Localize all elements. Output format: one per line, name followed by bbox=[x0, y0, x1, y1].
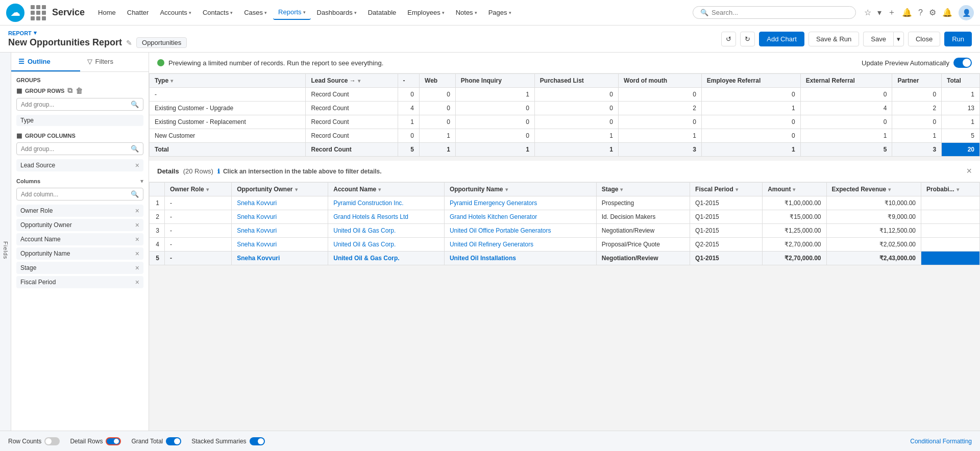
detail-cell[interactable]: United Oil Office Portable Generators bbox=[444, 224, 596, 238]
table-cell[interactable]: 0 bbox=[398, 88, 419, 102]
redo-button[interactable]: ↻ bbox=[740, 32, 755, 46]
table-cell[interactable]: 1 bbox=[398, 115, 419, 129]
detail-link[interactable]: Sneha Kovvuri bbox=[237, 213, 277, 220]
detail-link[interactable]: Pyramid Construction Inc. bbox=[333, 199, 403, 207]
detail-cell[interactable]: Pyramid Construction Inc. bbox=[328, 196, 445, 210]
table-cell[interactable]: 1 bbox=[701, 143, 800, 157]
edit-icon[interactable]: ✎ bbox=[126, 39, 132, 47]
undo-button[interactable]: ↺ bbox=[721, 32, 736, 46]
table-cell[interactable]: Record Count bbox=[306, 143, 398, 157]
detail-cell[interactable]: United Oil & Gas Corp. bbox=[328, 252, 445, 265]
detail-link[interactable]: United Oil Office Portable Generators bbox=[450, 227, 551, 234]
table-cell[interactable]: 0 bbox=[619, 115, 702, 129]
detail-rows-toggle[interactable] bbox=[106, 437, 121, 445]
add-group-rows-box[interactable]: 🔍 bbox=[16, 98, 143, 111]
table-cell[interactable]: 1 bbox=[455, 88, 534, 102]
remove-lead-source[interactable]: × bbox=[135, 161, 139, 169]
table-cell[interactable]: 0 bbox=[619, 88, 702, 102]
detail-cell[interactable]: United Oil & Gas Corp. bbox=[328, 238, 445, 252]
save-run-button[interactable]: Save & Run bbox=[808, 32, 859, 46]
table-cell[interactable]: 13 bbox=[942, 102, 980, 115]
add-group-cols-input[interactable] bbox=[21, 145, 131, 153]
remove-opp-owner[interactable]: × bbox=[135, 221, 139, 229]
table-cell[interactable]: 3 bbox=[619, 143, 702, 157]
table-cell[interactable]: New Customer bbox=[150, 129, 306, 143]
table-cell[interactable]: 0 bbox=[701, 129, 800, 143]
detail-cell[interactable]: Pyramid Emergency Generators bbox=[444, 196, 596, 210]
add-column-input[interactable] bbox=[21, 191, 131, 198]
detail-link[interactable]: United Oil & Gas Corp. bbox=[333, 241, 396, 248]
help-icon[interactable]: ? bbox=[918, 8, 923, 17]
table-cell[interactable]: 0 bbox=[892, 115, 942, 129]
table-cell[interactable]: 0 bbox=[420, 88, 456, 102]
details-close-icon[interactable]: × bbox=[966, 166, 972, 177]
detail-cell[interactable]: United Oil & Gas Corp. bbox=[328, 224, 445, 238]
detail-link[interactable]: United Oil & Gas Corp. bbox=[333, 227, 396, 234]
table-cell[interactable]: 0 bbox=[701, 115, 800, 129]
table-cell[interactable]: 1 bbox=[534, 129, 618, 143]
table-cell[interactable]: 0 bbox=[455, 115, 534, 129]
add-chart-button[interactable]: Add Chart bbox=[759, 32, 804, 46]
tab-outline[interactable]: ☰ Outline bbox=[11, 53, 80, 71]
nav-home[interactable]: Home bbox=[93, 6, 121, 19]
row-counts-toggle[interactable] bbox=[44, 437, 60, 445]
dropdown-icon[interactable]: ▾ bbox=[877, 8, 881, 17]
table-cell[interactable]: 0 bbox=[534, 88, 618, 102]
table-cell[interactable]: 1 bbox=[420, 129, 456, 143]
add-icon[interactable]: ＋ bbox=[888, 7, 896, 18]
nav-chatter[interactable]: Chatter bbox=[122, 6, 154, 19]
detail-link[interactable]: Sneha Kovvuri bbox=[237, 255, 280, 262]
table-cell[interactable]: Record Count bbox=[306, 102, 398, 115]
nav-employees[interactable]: Employees▾ bbox=[402, 6, 449, 19]
avatar[interactable]: 👤 bbox=[959, 5, 974, 20]
table-cell[interactable]: 0 bbox=[398, 129, 419, 143]
run-button[interactable]: Run bbox=[944, 32, 972, 46]
detail-link[interactable]: Sneha Kovvuri bbox=[237, 199, 277, 207]
table-cell[interactable]: 2 bbox=[619, 102, 702, 115]
update-preview-toggle[interactable] bbox=[953, 58, 972, 68]
detail-link[interactable]: United Oil & Gas Corp. bbox=[333, 255, 399, 262]
table-cell[interactable]: 0 bbox=[892, 88, 942, 102]
table-cell[interactable]: 0 bbox=[455, 102, 534, 115]
table-cell[interactable]: Existing Customer - Replacement bbox=[150, 115, 306, 129]
table-cell[interactable]: Total bbox=[150, 143, 306, 157]
table-cell[interactable]: 0 bbox=[420, 102, 456, 115]
nav-accounts[interactable]: Accounts▾ bbox=[155, 6, 196, 19]
detail-cell[interactable]: Sneha Kovvuri bbox=[232, 196, 328, 210]
remove-account-name[interactable]: × bbox=[135, 235, 139, 243]
nav-dashboards[interactable]: Dashboards▾ bbox=[312, 6, 362, 19]
remove-stage[interactable]: × bbox=[135, 264, 139, 272]
tab-filters[interactable]: ▽ Filters bbox=[80, 53, 149, 71]
remove-owner-role[interactable]: × bbox=[135, 207, 139, 215]
table-cell[interactable]: 1 bbox=[420, 143, 456, 157]
nav-contacts[interactable]: Contacts▾ bbox=[198, 6, 238, 19]
table-cell[interactable]: 4 bbox=[800, 102, 892, 115]
table-cell[interactable]: 1 bbox=[619, 129, 702, 143]
detail-link[interactable]: Grand Hotels Kitchen Generator bbox=[450, 213, 537, 220]
add-group-rows-input[interactable] bbox=[21, 101, 131, 108]
save-dropdown-button[interactable]: ▾ bbox=[893, 32, 904, 46]
table-cell[interactable]: 0 bbox=[455, 129, 534, 143]
nav-datatable[interactable]: Datatable bbox=[363, 6, 402, 19]
table-cell[interactable]: 0 bbox=[800, 88, 892, 102]
table-cell[interactable]: Existing Customer - Upgrade bbox=[150, 102, 306, 115]
detail-link[interactable]: United Oil Refinery Generators bbox=[450, 241, 533, 248]
table-cell[interactable]: 1 bbox=[942, 88, 980, 102]
table-cell[interactable]: 1 bbox=[892, 129, 942, 143]
table-cell[interactable]: - bbox=[150, 88, 306, 102]
table-cell[interactable]: 2 bbox=[892, 102, 942, 115]
detail-cell[interactable]: United Oil Refinery Generators bbox=[444, 238, 596, 252]
table-cell[interactable]: 5 bbox=[800, 143, 892, 157]
table-cell[interactable]: 1 bbox=[800, 129, 892, 143]
table-cell[interactable]: Record Count bbox=[306, 115, 398, 129]
table-cell[interactable]: 20 bbox=[942, 143, 980, 157]
table-cell[interactable]: 5 bbox=[398, 143, 419, 157]
star-icon[interactable]: ☆ bbox=[864, 8, 871, 17]
table-cell[interactable]: 5 bbox=[942, 129, 980, 143]
stacked-summaries-toggle[interactable] bbox=[250, 437, 265, 445]
table-cell[interactable]: 4 bbox=[398, 102, 419, 115]
app-grid-icon[interactable] bbox=[31, 5, 46, 20]
detail-link[interactable]: United Oil Installations bbox=[450, 255, 516, 262]
detail-link[interactable]: Pyramid Emergency Generators bbox=[450, 199, 537, 207]
nav-cases[interactable]: Cases▾ bbox=[239, 6, 272, 19]
